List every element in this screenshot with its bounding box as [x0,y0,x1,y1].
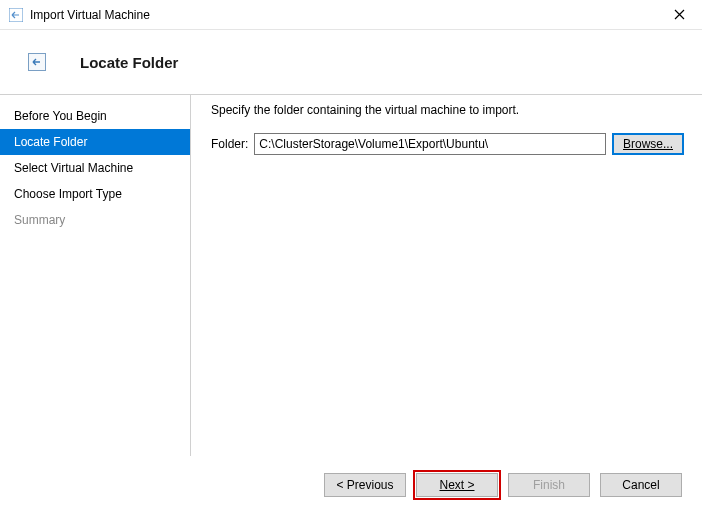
next-button[interactable]: Next > [416,473,498,497]
sidebar-item-before-you-begin[interactable]: Before You Begin [0,103,190,129]
finish-button: Finish [508,473,590,497]
titlebar: Import Virtual Machine [0,0,702,30]
page-title: Locate Folder [80,54,178,71]
folder-input[interactable] [254,133,606,155]
content-area: Before You Begin Locate Folder Select Vi… [0,94,702,456]
instruction-text: Specify the folder containing the virtua… [211,103,684,117]
app-icon [8,7,24,23]
sidebar-item-choose-import-type[interactable]: Choose Import Type [0,181,190,207]
close-icon [674,9,685,20]
wizard-button-row: < Previous Next > Finish Cancel [0,456,702,513]
folder-label: Folder: [211,137,248,151]
wizard-steps-sidebar: Before You Begin Locate Folder Select Vi… [0,94,190,456]
browse-button[interactable]: Browse... [612,133,684,155]
sidebar-item-select-vm[interactable]: Select Virtual Machine [0,155,190,181]
sidebar-item-summary: Summary [0,207,190,233]
close-button[interactable] [664,1,694,29]
window-title: Import Virtual Machine [30,8,664,22]
main-panel: Specify the folder containing the virtua… [190,94,702,456]
folder-row: Folder: Browse... [211,133,684,155]
cancel-button[interactable]: Cancel [600,473,682,497]
import-icon [28,53,46,71]
sidebar-item-locate-folder[interactable]: Locate Folder [0,129,190,155]
previous-button[interactable]: < Previous [324,473,406,497]
wizard-header: Locate Folder [0,30,702,94]
